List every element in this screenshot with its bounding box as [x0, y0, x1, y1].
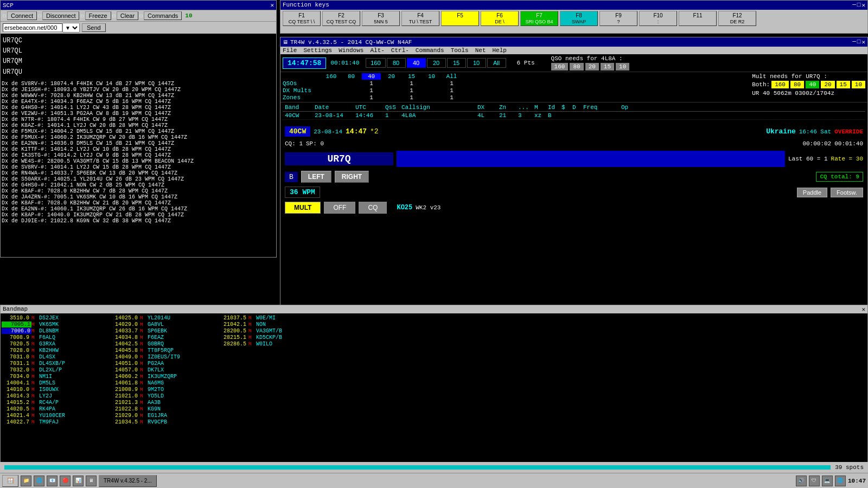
bm-call[interactable]: DL2XL/P [39, 367, 93, 373]
start-button[interactable]: 🪟 [2, 475, 18, 487]
f11-key[interactable]: F11 [679, 11, 717, 26]
bm-call[interactable]: RV9CPB [148, 419, 202, 425]
bm-call[interactable]: IK3UMZQRP [148, 374, 202, 380]
bm-call[interactable]: F6ALQ [39, 335, 93, 341]
bm-call[interactable]: G3RXA [39, 341, 93, 347]
scp-checkbox-commands[interactable]: ☐ [139, 12, 143, 19]
bm-call[interactable]: NA6MG [148, 380, 202, 386]
bm-call[interactable]: KG9N [148, 406, 202, 412]
bm-call[interactable]: NM1I [39, 374, 93, 380]
menu-net[interactable]: Net [475, 47, 486, 54]
footsw-btn[interactable]: Footsw. [831, 188, 863, 197]
f5-key[interactable]: F5 [441, 11, 479, 26]
bm-call[interactable]: W0ILO [256, 341, 310, 347]
connect-button[interactable]: Connect [7, 11, 37, 20]
f8-key[interactable]: F8SWAP [560, 11, 598, 26]
band-15[interactable]: 15 [447, 58, 466, 68]
main-minimize[interactable]: ─ [852, 38, 856, 46]
band-10[interactable]: 10 [467, 58, 486, 68]
bm-call[interactable]: DL4SXB/P [39, 361, 93, 367]
bm-call[interactable]: LY2J [39, 393, 93, 399]
bm-call[interactable]: F6EAZ [148, 335, 202, 341]
scp-checkbox-disconnect[interactable]: ☐ [38, 12, 41, 19]
tr4w-taskbar-btn[interactable]: TR4W v.4.32.5 - 2... [99, 475, 157, 487]
bm-call[interactable]: DK7LX [148, 367, 202, 373]
menu-settings[interactable]: Settings [303, 47, 332, 54]
f10-key[interactable]: F10: [639, 11, 677, 26]
clear-button[interactable]: Clear [117, 11, 138, 20]
taskbar-icon-4[interactable]: 🔴 [60, 476, 71, 486]
mult-button[interactable]: MULT [285, 202, 321, 214]
bm-call[interactable]: SP6EBK [148, 328, 202, 334]
menu-file[interactable]: File [283, 47, 297, 54]
band-20[interactable]: 20 [427, 58, 446, 68]
scp-checkbox-freeze[interactable]: ☐ [80, 12, 84, 19]
paddle-btn[interactable]: Paddle [797, 188, 827, 197]
bm-call[interactable]: IS0UWX [39, 387, 93, 393]
menu-tools[interactable]: Tools [451, 47, 469, 54]
f2-key[interactable]: F2CQ TEST CQ [322, 11, 360, 26]
bm-call[interactable]: YL2014U [148, 315, 202, 321]
btn-left[interactable]: LEFT [301, 171, 331, 183]
f1-key[interactable]: F1CQ TEST \ \ [283, 11, 321, 26]
taskbar-icon-2[interactable]: 🌐 [34, 476, 44, 486]
sys-tray-icon-2[interactable]: 🛡 [809, 476, 820, 486]
band-all[interactable]: All [487, 58, 506, 68]
f9-key[interactable]: F9? [599, 11, 637, 26]
fkeys-minimize[interactable]: ─ [852, 2, 856, 9]
bm-call[interactable]: PG2AA [148, 361, 202, 367]
taskbar-icon-1[interactable]: 📁 [21, 476, 31, 486]
band-80[interactable]: 80 [387, 58, 406, 68]
commands-button[interactable]: Commands [144, 11, 182, 20]
band-160[interactable]: 160 [366, 58, 385, 68]
bm-call[interactable]: VA3GMT/B [256, 328, 310, 334]
scp-send-button[interactable]: Send [82, 23, 106, 32]
bm-call[interactable]: DL4SX [39, 354, 93, 360]
taskbar-icon-6[interactable]: 🖥 [86, 476, 97, 486]
f7-key[interactable]: F7SRI QSO B4 [520, 11, 558, 26]
scp-checkbox-connect[interactable]: ☐ [3, 12, 6, 19]
menu-windows[interactable]: Windows [339, 47, 363, 54]
scp-close-button[interactable]: ✕ [270, 2, 274, 9]
bm-call[interactable]: W0E/MI [256, 315, 310, 321]
bm-call[interactable]: YU100CER [39, 413, 93, 419]
scp-server-input[interactable] [3, 23, 62, 32]
off-button[interactable]: OFF [324, 202, 355, 214]
band-40[interactable]: 40 [407, 58, 426, 68]
bm-call[interactable]: 9M2TO [148, 387, 202, 393]
bm-call[interactable]: YO5LD [148, 393, 202, 399]
sys-tray-icon-4[interactable]: 🌐 [835, 476, 846, 486]
bm-call[interactable]: DL8NBM [39, 328, 93, 334]
bm-call[interactable]: G0BRQ [148, 341, 202, 347]
freeze-button[interactable]: Freeze [85, 11, 111, 20]
f6-key[interactable]: F6DE \ [481, 11, 519, 26]
disconnect-button[interactable]: Disconnect [42, 11, 79, 20]
f4-key[interactable]: F4TU \ TEST [401, 11, 439, 26]
fkeys-maximize[interactable]: □ [857, 2, 861, 9]
bandmap-close[interactable]: ✕ [861, 306, 865, 313]
bm-call[interactable]: KD5CKP/B [256, 335, 310, 341]
btn-right[interactable]: RIGHT [335, 171, 369, 183]
bm-call[interactable]: NON [256, 322, 310, 328]
bm-call[interactable]: TM9FAJ [39, 419, 93, 425]
scp-dropdown[interactable]: ▼ [62, 23, 80, 33]
f3-key[interactable]: F35NN 5 [362, 11, 400, 26]
menu-help[interactable]: Help [493, 47, 507, 54]
f12-key[interactable]: F12DE R2 [718, 11, 756, 26]
bm-call[interactable]: VK6SMK [39, 322, 93, 328]
entry-callsign[interactable]: UR7Q [285, 152, 393, 165]
fkeys-close[interactable]: ✕ [861, 2, 865, 9]
menu-commands[interactable]: Commands [416, 47, 444, 54]
sys-tray-icon-3[interactable]: 💻 [822, 476, 833, 486]
main-close[interactable]: ✕ [861, 38, 865, 46]
bm-call[interactable]: KB2HHW [39, 348, 93, 354]
cq-button[interactable]: CQ [359, 202, 387, 214]
bm-call[interactable]: IZ0EUS/IT9 [148, 354, 202, 360]
sys-tray-icon-1[interactable]: 🔊 [796, 476, 807, 486]
taskbar-icon-3[interactable]: 📧 [47, 476, 58, 486]
bm-call[interactable]: AA3B [148, 400, 202, 406]
bm-call[interactable]: GA8VL [148, 322, 202, 328]
scp-checkbox-clear[interactable]: ☐ [112, 12, 116, 19]
bm-call[interactable]: DM5LS [39, 380, 93, 386]
taskbar-icon-5[interactable]: 📊 [73, 476, 84, 486]
